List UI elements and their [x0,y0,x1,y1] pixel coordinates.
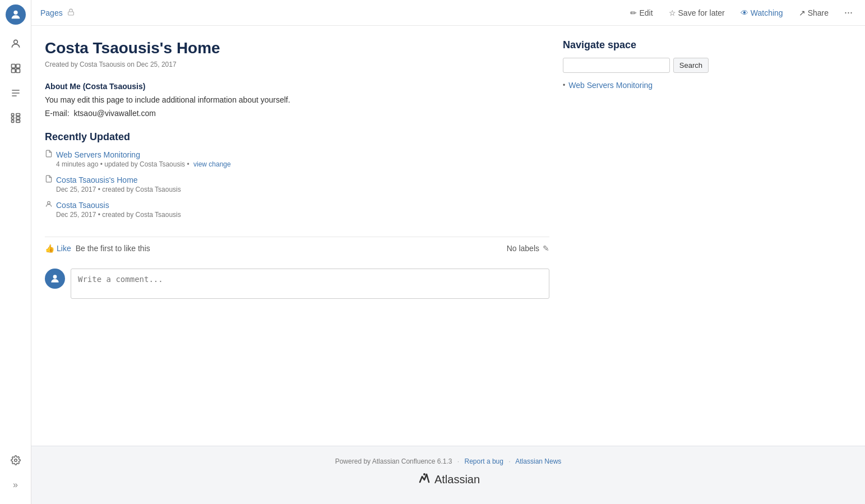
recent-item-person: Costa Tsaousis Dec 25, 2017 • created by… [45,200,549,219]
tree-icon[interactable] [6,108,26,128]
svg-rect-8 [11,120,13,122]
report-bug-link[interactable]: Report a bug [465,457,503,465]
edit-button[interactable]: ✏ Edit [627,6,656,20]
recently-updated-heading: Recently Updated [45,131,549,143]
breadcrumb-pages-link[interactable]: Pages [40,8,63,17]
feed-icon[interactable] [6,83,26,103]
nav-search-row: Search [563,58,709,73]
nav-search-input[interactable] [563,58,670,73]
recent-item-home: Costa Tsaousis's Home Dec 25, 2017 • cre… [45,175,549,193]
nav-web-servers-link[interactable]: Web Servers Monitoring [568,81,653,90]
more-actions-button[interactable]: ··· [841,4,856,21]
atlassian-news-link[interactable]: Atlassian News [515,457,561,465]
recent-meta-2: Dec 25, 2017 • created by Costa Tsaousis [56,186,549,193]
no-labels-text: No labels [507,244,539,253]
settings-icon[interactable] [6,450,26,470]
topbar-left: Pages [40,8,75,17]
nav-tree: • Web Servers Monitoring [563,80,709,91]
nav-bullet: • [563,81,565,89]
like-left: 👍 Like Be the first to like this [45,244,150,253]
footer-links: Powered by Atlassian Confluence 6.1.3 · … [31,457,865,465]
about-text: You may edit this page to include additi… [45,95,549,104]
footer: Powered by Atlassian Confluence 6.1.3 · … [31,446,865,504]
powered-by-text: Powered by Atlassian Confluence 6.1.3 [335,457,452,465]
doc-icon-2 [45,175,53,184]
person-icon [45,200,53,210]
svg-point-12 [14,459,17,462]
svg-rect-2 [11,64,15,68]
content-area: Costa Tsaousis's Home Created by Costa T… [31,26,865,432]
sidebar-bottom: » [6,450,26,500]
spaces-icon[interactable] [6,58,26,78]
atlassian-logo-icon [417,472,432,487]
svg-rect-13 [68,11,73,15]
thumbs-up-icon: 👍 [45,244,54,253]
save-for-later-button[interactable]: ☆ Save for later [665,6,728,20]
star-icon: ☆ [669,8,676,17]
email-line: E-mail: ktsaou@vivawallet.com [45,109,549,118]
user-avatar[interactable] [6,4,26,25]
svg-rect-9 [16,114,20,116]
svg-rect-6 [11,114,13,116]
first-to-like-text: Be the first to like this [76,244,150,253]
nav-search-button[interactable]: Search [673,58,709,73]
web-servers-monitoring-link[interactable]: Web Servers Monitoring [56,150,140,159]
email-value: ktsaou@vivawallet.com [73,109,156,118]
svg-rect-5 [16,69,20,73]
footer-sep-2: · [508,457,510,465]
commenter-avatar [45,269,65,289]
atlassian-logo: Atlassian [31,472,865,487]
share-icon: ↗ [799,8,806,17]
topbar-actions: ✏ Edit ☆ Save for later 👁 Watching ↗ Sha… [627,4,856,21]
comment-input[interactable] [71,269,549,299]
like-button[interactable]: 👍 Like [45,244,71,253]
about-heading: About Me (Costa Tsaousis) [45,82,549,91]
navigate-space-sidebar: Navigate space Search • Web Servers Moni… [563,39,709,432]
view-change-link[interactable]: view change [193,160,231,168]
topbar: Pages ✏ Edit ☆ Save for later 👁 Watching… [31,0,865,26]
watching-button[interactable]: 👁 Watching [737,6,787,20]
svg-point-15 [53,275,57,279]
home-link[interactable]: Costa Tsaousis's Home [56,175,138,184]
person-link[interactable]: Costa Tsaousis [56,201,109,210]
email-label: E-mail: [45,109,70,118]
footer-sep-1: · [457,457,459,465]
page-meta: Created by Costa Tsaousis on Dec 25, 201… [45,61,549,68]
expand-sidebar-icon[interactable]: » [6,475,26,495]
navigate-space-title: Navigate space [563,39,709,51]
svg-rect-7 [11,117,13,119]
lock-icon [67,8,75,17]
svg-point-1 [13,40,17,44]
recent-meta-1: 4 minutes ago • updated by Costa Tsaousi… [56,160,549,168]
svg-point-16 [423,473,425,475]
edit-labels-button[interactable]: ✎ [543,244,549,253]
eye-icon: 👁 [741,8,748,17]
svg-point-14 [48,201,50,204]
people-icon[interactable] [6,34,26,54]
page-title: Costa Tsaousis's Home [45,39,549,57]
like-bar: 👍 Like Be the first to like this No labe… [45,237,549,260]
main-wrapper: Pages ✏ Edit ☆ Save for later 👁 Watching… [31,0,865,504]
svg-rect-3 [16,64,20,68]
comment-area [45,269,549,312]
share-button[interactable]: ↗ Share [795,6,832,20]
recent-meta-3: Dec 25, 2017 • created by Costa Tsaousis [56,211,549,219]
svg-rect-11 [16,120,20,122]
atlassian-brand-name: Atlassian [434,473,480,486]
main-content: Costa Tsaousis's Home Created by Costa T… [45,39,549,432]
labels-area: No labels ✎ [507,244,549,253]
svg-rect-4 [11,69,15,73]
edit-icon: ✏ [630,8,637,17]
recent-item-web-servers: Web Servers Monitoring 4 minutes ago • u… [45,150,549,168]
sidebar: » [0,0,31,504]
svg-rect-10 [16,117,20,119]
svg-point-0 [13,11,17,15]
doc-icon-1 [45,150,53,159]
nav-tree-item: • Web Servers Monitoring [563,80,709,91]
